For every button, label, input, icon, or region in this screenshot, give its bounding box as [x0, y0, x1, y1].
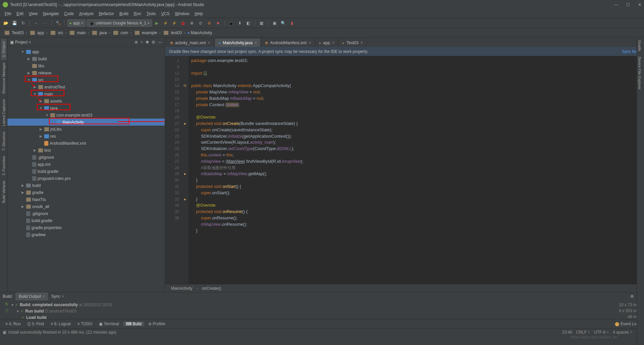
tree-item-release[interactable]: ▶release [7, 69, 165, 76]
breadcrumb-example[interactable]: example [132, 30, 158, 35]
tree-item-gradlew[interactable]: gradlew [7, 231, 165, 238]
notification-button[interactable]: ▮ [288, 19, 296, 27]
apply-changes-button[interactable]: ⚡ [162, 19, 169, 27]
close-tab-icon[interactable]: × [361, 40, 363, 45]
debug-button[interactable]: 🐞 [179, 19, 187, 27]
build-node[interactable]: ▼ ✓Run build D:\android\Test03 [11, 308, 574, 315]
settings-button[interactable]: ⚙ [152, 40, 155, 45]
sync-button[interactable]: ↻ [19, 19, 27, 27]
coverage-button[interactable]: ⊕ [188, 19, 196, 27]
layout-inspector-button[interactable]: ▦ [258, 19, 265, 27]
menu-navigate[interactable]: Navigate [40, 11, 61, 16]
close-tab-icon[interactable]: × [208, 40, 210, 45]
tree-item-res[interactable]: ▶res [7, 133, 165, 140]
project-view-combo[interactable]: ▣ Project ▾ [10, 40, 31, 45]
tree-item-java[interactable]: ▼java [7, 105, 165, 112]
run-button[interactable]: ▶ [153, 19, 161, 27]
profile-button[interactable]: ⊙ [197, 19, 204, 27]
bottom-tab--terminal[interactable]: ▣ Terminal [96, 322, 121, 326]
breadcrumb-src[interactable]: src [48, 30, 64, 35]
menu-edit[interactable]: Edit [14, 11, 26, 16]
code-editor[interactable]: 1312131415161719202122232425262728293031… [165, 56, 644, 284]
close-tab-icon[interactable]: × [332, 40, 335, 45]
right-tab-gradle[interactable]: Gradle [637, 38, 642, 54]
left-tab-layout-captures[interactable]: Layout Captures [1, 96, 6, 129]
breadcrumb-test03[interactable]: Test03 [2, 30, 25, 35]
menu-window[interactable]: Window [172, 11, 192, 16]
tree-item-app-iml[interactable]: app.iml [7, 161, 165, 168]
tree-item-libs[interactable]: libs [7, 62, 165, 69]
build-tab-sync[interactable]: Sync × [48, 292, 67, 300]
left-tab-build-variants[interactable]: Build Variants [1, 178, 6, 206]
tree-item-navitts[interactable]: NaviTts [7, 196, 165, 203]
source-code[interactable]: package com.example.test03; import ... p… [189, 56, 640, 284]
close-button[interactable]: ✕ [638, 2, 641, 7]
filter-icon[interactable]: ▽ [5, 308, 8, 313]
editor-tab-androidmanifest-xml[interactable]: ⬘AndroidManifest.xml× [261, 38, 315, 47]
tree-item-test[interactable]: ▶test [7, 147, 165, 154]
minimize-button[interactable]: — [614, 2, 618, 7]
menu-analyze[interactable]: Analyze [76, 11, 96, 16]
menu-file[interactable]: File [2, 11, 14, 16]
editor-tab-mainactivity-java[interactable]: ●MainActivity.java× [215, 38, 261, 47]
editor-crumb[interactable]: MainActivity [169, 286, 195, 291]
collapse-all-button[interactable]: ✱ [146, 40, 149, 45]
tree-item-main[interactable]: ▼main [7, 90, 165, 97]
breadcrumb-test03[interactable]: test03 [161, 30, 183, 35]
tree-item-gradle[interactable]: ▶gradle [7, 189, 165, 196]
project-tree[interactable]: ▼app▶buildlibs▶release▼src▶androidTest▼m… [7, 47, 165, 292]
menu-refactor[interactable]: Refactor [96, 11, 117, 16]
stop-button[interactable]: ■ [214, 19, 222, 27]
status-item[interactable]: UTF-8 ÷ [594, 330, 609, 335]
status-item[interactable]: CRLF ÷ [576, 330, 590, 335]
forward-button[interactable]: → [41, 19, 49, 27]
tree-item-build-gradle[interactable]: build.gradle [7, 217, 165, 224]
make-button[interactable]: 🔨 [54, 19, 62, 27]
tree-item-proguard-rules-pro[interactable]: proguard-rules.pro [7, 175, 165, 182]
tree-item-jnilibs[interactable]: ▶jniLibs [7, 126, 165, 133]
build-tab-build-output[interactable]: Build Output × [15, 292, 48, 300]
build-node[interactable]: ✓Load build [11, 315, 574, 321]
left-tab-2-favorites[interactable]: 2: Favorites [1, 153, 6, 178]
build-node[interactable]: ▼ ✓Build: completed successfully at 2020… [11, 302, 574, 308]
menu-view[interactable]: View [26, 11, 40, 16]
tree-item-build[interactable]: ▶build [7, 182, 165, 189]
bottom-tab--6-logcat[interactable]: ≡ 6: Logcat [48, 322, 73, 326]
bottom-tab--todo[interactable]: ≡ TODO [75, 322, 95, 326]
tree-item-gradle-properties[interactable]: gradle.properties [7, 224, 165, 231]
attach-debugger-button[interactable]: ⊗ [206, 19, 213, 27]
breadcrumb-main[interactable]: main [67, 30, 87, 35]
hide-button[interactable]: — [158, 40, 162, 45]
tree-item-build-gradle[interactable]: build.gradle [7, 168, 165, 175]
tree-item-mainactivity[interactable]: MainActivity [7, 119, 165, 126]
rerun-icon[interactable]: ↻ [5, 302, 8, 306]
left-tab-7-structure[interactable]: 7: Structure [1, 129, 6, 153]
tree-item-onsdk_all[interactable]: ▶onsdk_all [7, 203, 165, 210]
select-opened-file-button[interactable]: ⊕ [135, 40, 138, 45]
save-button[interactable]: 💾 [11, 19, 18, 27]
sdk-manager-button[interactable]: ⬇ [236, 19, 244, 27]
tree-item-assets[interactable]: ▶assets [7, 97, 165, 105]
left-tab-1-project[interactable]: 1: Project [1, 39, 6, 60]
breadcrumb-java[interactable]: java [90, 30, 108, 35]
apply-code-button[interactable]: ⚡ [171, 19, 178, 27]
run-config-combo[interactable]: ▸ app ▾ [67, 19, 86, 27]
editor-crumb[interactable]: onCreate() [200, 286, 223, 291]
editor-tab-app[interactable]: ▸app× [316, 38, 338, 47]
menu-build[interactable]: Build [117, 11, 131, 16]
right-tab-device-file-explorer[interactable]: Device File Explorer [637, 54, 642, 92]
maximize-button[interactable]: ☐ [626, 2, 630, 7]
menu-vcs[interactable]: VCS [159, 11, 172, 16]
avd-manager-button[interactable]: 📱 [227, 19, 235, 27]
status-icon[interactable]: ▣ [3, 330, 6, 335]
build-output-tree[interactable]: ▼ ✓Build: completed successfully at 2020… [11, 302, 574, 321]
left-tab-resource-manager[interactable]: Resource Manager [1, 60, 6, 96]
tree-item-src[interactable]: ▼src [7, 76, 165, 83]
close-tab-icon[interactable]: × [255, 40, 257, 45]
expand-all-button[interactable]: ÷ [141, 40, 143, 45]
resource-manager-button[interactable]: ◧ [245, 19, 252, 27]
tree-item-app[interactable]: ▼app [7, 48, 165, 55]
status-item[interactable]: 4 spaces ÷ [613, 330, 632, 335]
tree-item--gitignore[interactable]: .gitignore [7, 210, 165, 217]
build-settings-icon[interactable]: ⚙ [630, 294, 634, 299]
